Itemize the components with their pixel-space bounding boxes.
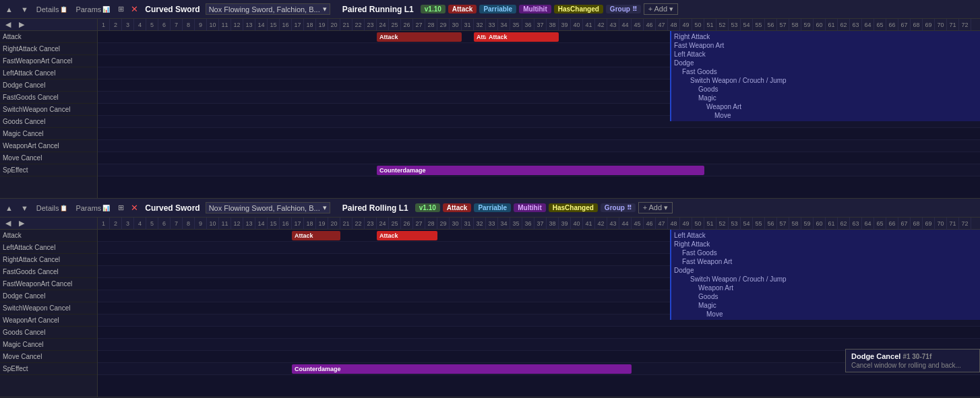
cancel-item-4: Fast Goods xyxy=(671,67,980,76)
multihit-badge[interactable]: Multihit xyxy=(514,203,546,212)
action-name: Paired Running L1 xyxy=(338,5,418,14)
frame-23: 23 xyxy=(365,19,377,31)
nav-left-button[interactable]: ◀ xyxy=(3,218,13,229)
frame-38: 38 xyxy=(547,218,559,230)
event-bar-0[interactable]: Attack xyxy=(292,231,340,240)
parriable-badge[interactable]: Parriable xyxy=(474,203,511,212)
frame-58: 58 xyxy=(789,19,801,31)
frame-55: 55 xyxy=(753,218,765,230)
close-button[interactable]: ✕ xyxy=(129,4,140,14)
frame-7: 7 xyxy=(171,19,183,31)
content-area: ◀▶AttackLeftAttack CancelRightAttack Can… xyxy=(0,218,980,397)
row-label-10: Move Cancel xyxy=(0,351,97,363)
frame-24: 24 xyxy=(377,218,389,230)
nav-down-button[interactable]: ▼ xyxy=(18,4,31,15)
event-bar-2[interactable]: Counterdamage xyxy=(292,364,632,374)
frame-9: 9 xyxy=(195,19,207,31)
animation-select[interactable]: Nox Flowing Sword, Falchion, B...▾ xyxy=(206,202,330,213)
grid-button[interactable]: ⊞ xyxy=(115,202,127,213)
cancel-item-5: Switch Weapon / Crouch / Jump xyxy=(671,275,980,284)
event-bar-2[interactable]: Attack xyxy=(486,32,559,42)
frame-71: 71 xyxy=(947,218,959,230)
content-area: ◀▶AttackRightAttack CancelFastWeaponArt … xyxy=(0,19,980,198)
row-label-5: Dodge Cancel xyxy=(0,290,97,302)
frame-70: 70 xyxy=(935,218,947,230)
frame-53: 53 xyxy=(729,19,741,31)
frame-47: 47 xyxy=(656,218,668,230)
add-button[interactable]: + Add ▾ xyxy=(644,3,679,15)
event-bar-3[interactable]: Counterdamage xyxy=(377,166,704,175)
frame-18: 18 xyxy=(304,19,316,31)
row-label-2: FastWeaponArt Cancel xyxy=(0,55,97,67)
group-button[interactable]: Group ⠿ xyxy=(606,5,641,13)
params-button[interactable]: Params 📊 xyxy=(73,203,113,213)
frame-52: 52 xyxy=(716,19,729,31)
frame-45: 45 xyxy=(632,19,644,31)
row-label-11: SpEffect xyxy=(0,164,97,176)
frame-70: 70 xyxy=(935,19,947,31)
animation-select[interactable]: Nox Flowing Sword, Falchion, B...▾ xyxy=(206,3,330,15)
frame-61: 61 xyxy=(826,218,838,230)
parriable-badge[interactable]: Parriable xyxy=(479,5,516,13)
panel-0: ▲▼Details 📋Params 📊⊞✕Curved SwordNox Flo… xyxy=(0,0,980,199)
frame-6: 6 xyxy=(158,218,171,230)
frame-16: 16 xyxy=(280,19,292,31)
frame-67: 67 xyxy=(898,218,911,230)
frame-46: 46 xyxy=(644,218,656,230)
row-label-1: LeftAttack Cancel xyxy=(0,242,97,254)
row-labels: ◀▶AttackLeftAttack CancelRightAttack Can… xyxy=(0,218,98,397)
nav-up-button[interactable]: ▲ xyxy=(3,4,16,15)
event-bar-1[interactable]: Attack xyxy=(377,231,437,240)
grid-button[interactable]: ⊞ xyxy=(115,3,127,15)
row-label-6: SwitchWeapon Cancel xyxy=(0,302,97,314)
haschanged-badge[interactable]: HasChanged xyxy=(549,203,598,212)
event-bar-0[interactable]: Attack xyxy=(377,32,462,42)
haschanged-badge[interactable]: HasChanged xyxy=(554,5,603,13)
attack-badge[interactable]: Attack xyxy=(443,203,472,212)
cancel-item-7: Goods xyxy=(671,292,980,301)
frame-58: 58 xyxy=(789,218,801,230)
frame-57: 57 xyxy=(777,19,789,31)
frame-8: 8 xyxy=(183,218,195,230)
frame-72: 72 xyxy=(959,19,971,31)
nav-right-button[interactable]: ▶ xyxy=(16,19,27,30)
frame-56: 56 xyxy=(765,19,777,31)
frame-1: 1 xyxy=(98,218,110,230)
frame-19: 19 xyxy=(316,19,328,31)
multihit-badge[interactable]: Multihit xyxy=(519,5,551,13)
animation-name: Nox Flowing Sword, Falchion, B... xyxy=(209,204,320,212)
attack-badge[interactable]: Attack xyxy=(448,5,477,13)
row-label-7: WeaponArt Cancel xyxy=(0,314,97,327)
frame-10: 10 xyxy=(207,218,219,230)
nav-up-button[interactable]: ▲ xyxy=(3,203,16,213)
add-button[interactable]: + Add ▾ xyxy=(638,202,673,213)
details-button[interactable]: Details 📋 xyxy=(34,4,71,15)
cancel-item-7: Magic xyxy=(671,94,980,102)
frame-11: 11 xyxy=(219,218,231,230)
nav-left-button[interactable]: ◀ xyxy=(3,19,13,30)
cancel-item-6: Goods xyxy=(671,85,980,94)
frame-34: 34 xyxy=(498,19,510,31)
frame-6: 6 xyxy=(158,19,171,31)
group-button[interactable]: Group ⠿ xyxy=(601,203,636,212)
frame-60: 60 xyxy=(814,218,826,230)
cancel-item-4: Dodge xyxy=(671,266,980,275)
timeline-container: 1234567891011121314151617181920212223242… xyxy=(98,19,980,198)
params-button[interactable]: Params 📊 xyxy=(73,4,113,15)
frame-54: 54 xyxy=(741,218,753,230)
timeline-rows: AttackAttackAttackCounterdamageRight Att… xyxy=(98,31,980,176)
frame-23: 23 xyxy=(365,218,377,230)
frame-72: 72 xyxy=(959,218,971,230)
frame-27: 27 xyxy=(413,218,425,230)
cancel-tree: Left AttackRight AttackFast GoodsFast We… xyxy=(670,230,980,320)
frame-15: 15 xyxy=(268,19,280,31)
toolbar: ▲▼Details 📋Params 📊⊞✕Curved SwordNox Flo… xyxy=(0,199,980,218)
close-button[interactable]: ✕ xyxy=(129,203,140,213)
frame-2: 2 xyxy=(110,19,122,31)
details-button[interactable]: Details 📋 xyxy=(34,203,71,213)
row-label-8: Goods Cancel xyxy=(0,327,97,339)
nav-right-button[interactable]: ▶ xyxy=(16,218,27,229)
frame-49: 49 xyxy=(680,19,692,31)
timeline-row-11: Counterdamage xyxy=(98,164,980,176)
nav-down-button[interactable]: ▼ xyxy=(18,203,31,213)
